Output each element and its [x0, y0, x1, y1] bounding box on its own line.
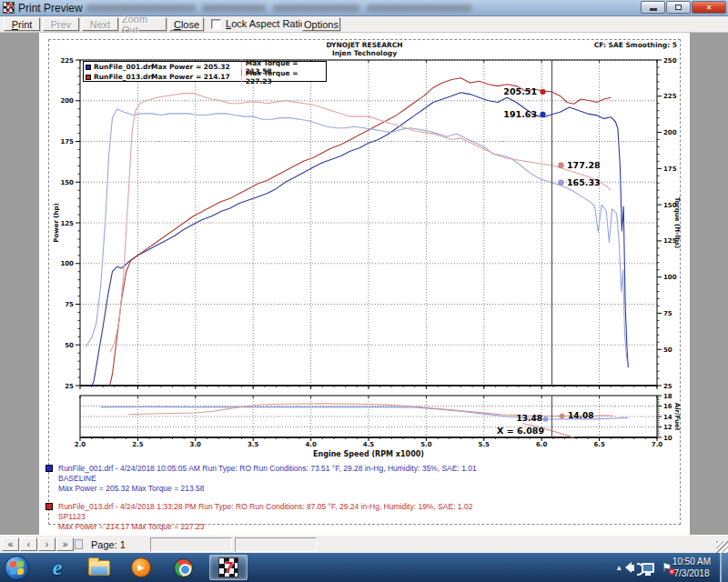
restore-button[interactable]: [666, 1, 691, 14]
next-button[interactable]: Next: [82, 17, 118, 31]
chart-legend: RunFile_001.drf Max Power = 205.32 Max T…: [83, 61, 327, 82]
preview-page: DYNOJET RESEARCH Injen Technology CF: SA…: [39, 33, 690, 535]
redacted-title-text: [367, 5, 471, 12]
legend-swatch-red: [86, 75, 91, 80]
cursor-x-label: X = 6.089: [490, 426, 544, 436]
chart-title: DYNOJET RESEARCH: [39, 41, 690, 49]
clock-date: 7/3/2018: [668, 567, 715, 579]
smoothing-info: CF: SAE Smoothing: 5: [594, 41, 677, 49]
clock-time: 10:50 AM: [668, 556, 715, 567]
toolbar: Print Prev Next Zoom Out Close Lock Aspe…: [0, 16, 728, 33]
run-max-values: Max Power = 205.32 Max Torque = 213.58: [58, 484, 477, 494]
hidden-icons-arrow[interactable]: ▲: [615, 564, 622, 572]
legend-max-torque: Max Torque = 227.23: [241, 69, 326, 85]
status-cell: [235, 537, 317, 552]
redacted-title-text: [86, 5, 196, 12]
run-name: BASELINE: [58, 474, 477, 484]
taskbar-item-internet-explorer[interactable]: e: [44, 556, 71, 579]
screen: Print Preview ✕ Print Prev Next Zoom Out…: [0, 0, 728, 582]
status-cell: [150, 537, 232, 552]
start-button[interactable]: [5, 556, 29, 580]
legend-max-power: Max Power = 214.17: [151, 73, 241, 81]
legend-row: RunFile_013.drf Max Power = 214.17 Max T…: [84, 72, 326, 82]
taskbar-item-explorer[interactable]: [86, 556, 113, 579]
winpep-dyno-icon: [218, 557, 238, 577]
internet-explorer-icon: e: [53, 558, 63, 577]
marker-label-af-red: 14.08: [568, 411, 593, 420]
minimize-button[interactable]: [641, 1, 665, 14]
legend-max-power: Max Power = 205.32: [151, 63, 241, 71]
run-info-block: RunFile_001.drf - 4/24/2018 10:05:05 AM …: [46, 464, 477, 540]
taskbar-item-media-player[interactable]: ▶: [127, 556, 155, 579]
prev-button[interactable]: Prev: [43, 17, 79, 31]
marker-label-power-red: 205.51: [491, 86, 537, 96]
folder-icon: [88, 560, 110, 576]
legend-file: RunFile_001.drf: [94, 63, 151, 71]
zoom-out-button[interactable]: Zoom Out: [121, 17, 167, 31]
taskbar-item-winpep-active[interactable]: [209, 555, 248, 580]
run-conditions: RunFile_001.drf - 4/24/2018 10:05:05 AM …: [58, 464, 477, 474]
prev-page-button[interactable]: ‹: [20, 537, 37, 551]
run-swatch-red: [46, 503, 53, 510]
media-player-icon: ▶: [131, 557, 151, 577]
close-button[interactable]: Close: [169, 17, 204, 31]
run-info-baseline: RunFile_001.drf - 4/24/2018 10:05:05 AM …: [46, 464, 477, 494]
marker-label-af-blue: 13.48: [506, 414, 542, 423]
run-conditions: RunFile_013.drf - 4/24/2018 1:33:28 PM R…: [58, 502, 477, 512]
close-icon: ✕: [706, 4, 713, 12]
print-margin-guide: [48, 39, 681, 525]
marker-label-power-blue: 191.63: [491, 109, 537, 119]
windows-logo-icon: [10, 567, 16, 575]
close-window-button[interactable]: ✕: [692, 1, 726, 14]
page-number: Page: 1: [91, 537, 146, 552]
options-button[interactable]: Options: [302, 17, 340, 31]
lock-aspect-ratio-label: Lock Aspect Ratio: [226, 18, 306, 29]
windows-logo-icon: [17, 560, 24, 567]
legend-swatch-blue: [86, 65, 91, 70]
minimize-icon: [650, 8, 657, 11]
redacted-title-text: [273, 5, 359, 12]
lock-aspect-ratio-checkbox[interactable]: [211, 19, 221, 29]
restore-icon: [675, 5, 682, 10]
window-title: Print Preview: [18, 2, 83, 15]
run-name: SP1123: [58, 512, 477, 522]
show-desktop-button[interactable]: [720, 553, 728, 582]
taskbar-clock[interactable]: 10:50 AM 7/3/2018: [668, 556, 715, 579]
run-info-sp1123: RunFile_013.drf - 4/24/2018 1:33:28 PM R…: [46, 502, 477, 532]
last-page-button[interactable]: »: [56, 537, 74, 551]
network-icon[interactable]: [642, 563, 654, 573]
first-page-button[interactable]: «: [2, 537, 19, 551]
run-max-values: Max Power = 214.17 Max Torque = 227.23: [58, 522, 477, 532]
redacted-title-text: [202, 5, 266, 12]
title-bar: Print Preview ✕: [0, 0, 728, 16]
system-tray: ▲ ⚑x: [615, 553, 672, 582]
taskbar: e ▶ ▲ ⚑x 10:50 AM 7/3/2018: [0, 553, 728, 582]
marker-label-torque-blue: 165.33: [567, 177, 601, 187]
taskbar-item-chrome[interactable]: [169, 556, 197, 579]
page-setup-icon[interactable]: [75, 539, 83, 549]
print-button[interactable]: Print: [4, 17, 40, 31]
next-page-button[interactable]: ›: [38, 537, 56, 551]
status-bar: « ‹ › » Page: 1: [0, 535, 728, 553]
resize-grip[interactable]: [716, 541, 728, 553]
app-icon: [3, 2, 15, 14]
volume-icon[interactable]: [630, 565, 634, 571]
legend-file: RunFile_013.drf: [94, 73, 151, 81]
chrome-icon: [174, 558, 193, 577]
windows-logo-icon: [10, 560, 16, 567]
run-swatch-blue: [46, 465, 53, 472]
marker-label-torque-red: 177.28: [567, 160, 601, 170]
chart-subtitle: Injen Technology: [39, 49, 690, 57]
windows-logo-icon: [17, 567, 24, 575]
